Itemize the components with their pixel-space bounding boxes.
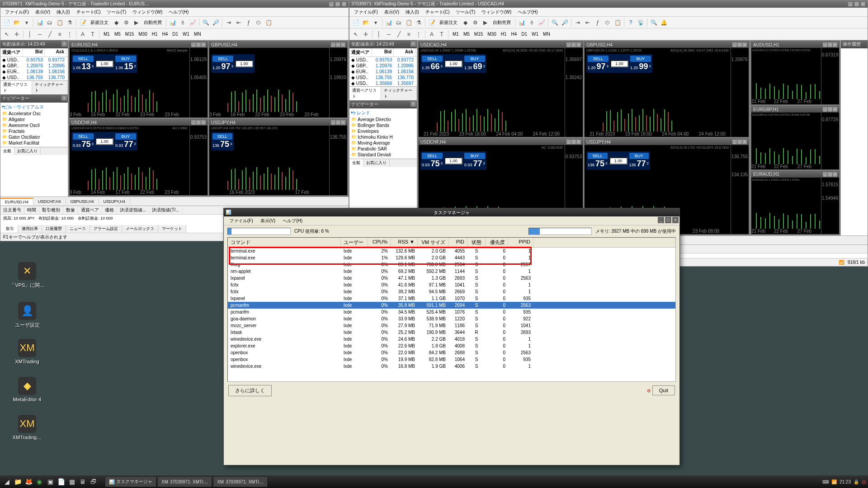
timeframe-MN[interactable]: MN	[192, 30, 203, 38]
term-icon[interactable]: 📋	[404, 18, 413, 27]
bar-icon[interactable]: 📊	[517, 18, 526, 27]
process-row[interactable]: nm-appletlxde0%69.2 MB550.2 MB1144S01	[228, 268, 675, 275]
alert-icon[interactable]: 🔔	[659, 18, 668, 27]
order-icon[interactable]: 📝	[78, 18, 87, 27]
open-icon[interactable]: 📂	[361, 18, 370, 27]
desktop-icon[interactable]: ✕「VPS」に関...	[9, 262, 45, 289]
close-icon[interactable]: ×	[576, 140, 581, 144]
minimize-icon[interactable]: _	[191, 42, 196, 47]
process-row[interactable]: fcitxlxde0%39.2 MB94.5 MB2669S01	[228, 288, 675, 295]
nav-item[interactable]: Alligator	[1, 117, 67, 122]
signal-icon[interactable]: 📡	[636, 18, 645, 27]
mw-row[interactable]: ◆ GBP..1.209761.20995	[349, 63, 417, 69]
col-header[interactable]: コマンド	[228, 238, 341, 247]
menu-item[interactable]: ウィンドウ(W)	[130, 8, 165, 16]
menu-item[interactable]: 表示(V)	[382, 8, 402, 16]
strategy-icon[interactable]: ⚗	[65, 18, 74, 27]
timeframe-M15[interactable]: M15	[123, 30, 136, 38]
firefox-icon[interactable]: 🦊	[24, 477, 33, 487]
equid-icon[interactable]: ≡	[404, 30, 413, 39]
process-row[interactable]: pcmanfmlxde0%35.8 MB591.1 MB2694S02563	[228, 302, 675, 309]
minimize-icon[interactable]: _	[566, 42, 571, 47]
desktop-icon[interactable]: XMXMTrading	[9, 339, 45, 364]
close-icon[interactable]: ×	[201, 42, 206, 47]
close-icon[interactable]: ×	[860, 1, 866, 7]
files-icon[interactable]: 📁	[13, 477, 23, 487]
line-icon[interactable]: 📈	[537, 18, 546, 27]
close-icon[interactable]: ×	[341, 42, 345, 47]
minimize-icon[interactable]: _	[329, 1, 334, 7]
close-icon[interactable]: ×	[61, 95, 67, 101]
search-icon[interactable]: 🔍	[649, 18, 658, 27]
profiles-icon[interactable]: ▾	[371, 18, 380, 27]
timeframe-H1[interactable]: H1	[150, 30, 160, 38]
mw-icon[interactable]: 📊	[384, 18, 393, 27]
nav-item[interactable]: Accelerator Osc	[1, 111, 67, 117]
shift-icon[interactable]: ⇤	[234, 18, 243, 27]
term-col[interactable]: 決済指値(T/...	[149, 206, 183, 214]
maximize-icon[interactable]: □	[196, 120, 201, 125]
close-icon[interactable]: ×	[833, 42, 837, 47]
crosshair-icon[interactable]: ✛	[12, 30, 21, 39]
nav-tab[interactable]: 全般	[0, 147, 14, 155]
maximize-icon[interactable]: □	[828, 107, 832, 112]
col-header[interactable]: 優先度	[486, 238, 508, 247]
zoomout-icon[interactable]: 🔎	[560, 18, 569, 27]
nav-item[interactable]: Moving Average	[350, 140, 416, 146]
volume-input[interactable]	[95, 138, 113, 145]
timeframe-M5[interactable]: M5	[461, 30, 472, 38]
process-list[interactable]: コマンドユーザーCPU%RSS ▼VM サイズPID状態優先度PPID term…	[227, 237, 676, 382]
process-row[interactable]: pcmanfmlxde0%34.5 MB526.4 MB1076S0935	[228, 309, 675, 315]
nav-item[interactable]: Bollinger Bands	[350, 122, 416, 128]
col-header[interactable]: ユーザー	[341, 238, 368, 247]
process-row[interactable]: explorer.exelxde0%22.6 MB1.8 GB4008S01	[228, 343, 675, 349]
col-header[interactable]: PID	[448, 238, 467, 247]
candle-icon[interactable]: 🕯	[178, 18, 187, 27]
minimize-icon[interactable]: _	[191, 120, 196, 125]
maximize-icon[interactable]: □	[854, 1, 859, 7]
process-row[interactable]: terminal.exelxde2%132.6 MB2.0 GB4055S01	[228, 248, 675, 254]
sell-button[interactable]: SELL	[73, 133, 94, 140]
close-icon[interactable]: ×	[833, 107, 837, 112]
metaeditor-icon[interactable]: ◆	[461, 18, 470, 27]
text-icon[interactable]: A	[427, 30, 436, 39]
vline-icon[interactable]: │	[374, 30, 383, 39]
new-order-button[interactable]: 新規注文	[88, 18, 111, 27]
maximize-icon[interactable]: □	[828, 172, 832, 177]
mini-chart[interactable]: AUDUSD,H1_□× AUDUSD,H1 0.67254 0.67326 0…	[751, 41, 840, 105]
autotrade-icon[interactable]: ▶	[481, 18, 490, 27]
mw-row[interactable]: ◆ USD..0.937530.93772	[0, 57, 68, 63]
sell-button[interactable]: SELL	[73, 56, 94, 62]
viewer-icon[interactable]: 🗗	[89, 477, 99, 487]
nav-root[interactable]: ビル・ウィリアムス	[1, 103, 67, 111]
maximize-icon[interactable]: □	[336, 120, 340, 125]
line-icon[interactable]: 📈	[188, 18, 197, 27]
chart-tab[interactable]: USDCHF,H4	[33, 198, 66, 205]
close-icon[interactable]: ×	[61, 41, 67, 47]
menu-item[interactable]: 表示(V)	[33, 8, 53, 16]
template-icon[interactable]: 📋	[264, 18, 273, 27]
nav-icon[interactable]: 🗂	[394, 18, 403, 27]
maximize-icon[interactable]: □	[737, 140, 742, 144]
menu-item[interactable]: ヘルプ(H)	[166, 8, 191, 16]
lock-icon[interactable]: 🔒	[854, 479, 859, 484]
maximize-icon[interactable]: □	[571, 140, 576, 144]
term-col[interactable]: 注文番号	[0, 206, 24, 214]
new-chart-icon[interactable]: 📄	[351, 18, 360, 27]
minimize-icon[interactable]: _	[566, 140, 571, 144]
order-icon[interactable]: 📝	[427, 18, 436, 27]
close-icon[interactable]: ×	[576, 42, 581, 47]
term-col[interactable]: 価格	[102, 206, 117, 214]
nav-item[interactable]: Gator Oscillator	[1, 134, 67, 140]
volume-input[interactable]	[610, 60, 628, 67]
indic-icon[interactable]: ƒ	[244, 18, 253, 27]
minimize-icon[interactable]: _	[732, 42, 737, 47]
sell-button[interactable]: SELL	[588, 153, 608, 159]
mw-row[interactable]: ◆ GBP..1.209761.20995	[0, 63, 68, 69]
apps-icon[interactable]: ▦	[67, 477, 77, 487]
nav-tab[interactable]: お気に入り	[363, 159, 390, 167]
mw-tab[interactable]: ティックチャート	[32, 81, 68, 94]
input-icon[interactable]: ⌨	[822, 479, 829, 484]
mw-tab[interactable]: 通貨ペアリスト	[0, 81, 32, 94]
autotrade-icon[interactable]: ▶	[132, 18, 141, 27]
